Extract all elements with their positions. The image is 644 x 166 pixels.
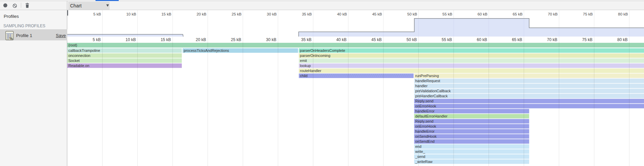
svg-text:onSendEnd: onSendEnd [415,139,435,143]
svg-text:70 kB: 70 kB [547,37,558,42]
svg-text:Reply.send: Reply.send [415,119,433,123]
svg-text:30 kB: 30 kB [266,37,276,42]
svg-text:lookup: lookup [300,64,311,68]
svg-text:45 kB: 45 kB [371,37,382,42]
svg-text:45 kB: 45 kB [372,12,382,16]
svg-text:50 kB: 50 kB [407,37,417,42]
svg-text:Readable.on: Readable.on [68,64,89,68]
svg-text:15 kB: 15 kB [161,12,172,16]
svg-text:25 kB: 25 kB [231,37,241,42]
svg-text:(root): (root) [68,43,77,47]
svg-text:runPreParsing: runPreParsing [415,74,439,78]
svg-text:_send: _send [415,155,425,159]
svg-text:15 kB: 15 kB [161,37,171,42]
svg-text:50 kB: 50 kB [407,12,417,16]
svg-text:handleError: handleError [415,129,435,133]
svg-text:40 kB: 40 kB [337,12,347,16]
svg-text:Reply.send: Reply.send [415,99,433,103]
svg-text:handleRequest: handleRequest [415,79,440,83]
svg-text:handleError: handleError [415,109,435,113]
svg-text:75 kB: 75 kB [582,37,593,42]
svg-text:10 kB: 10 kB [126,12,136,16]
svg-text:20 kB: 20 kB [196,12,206,16]
svg-text:handler: handler [415,84,428,88]
svg-text:%: % [9,36,13,40]
svg-text:processTicksAndRejections: processTicksAndRejections [184,48,229,53]
svg-text:80 kB: 80 kB [617,37,628,42]
svg-text:emit: emit [300,59,307,63]
svg-text:35 kB: 35 kB [301,37,311,42]
svg-text:60 kB: 60 kB [478,12,488,16]
svg-text:65 kB: 65 kB [513,12,523,16]
svg-text:routeHandler: routeHandler [300,69,321,73]
svg-text:Socket: Socket [68,59,80,63]
svg-text:25 kB: 25 kB [232,12,242,16]
svg-text:parserOnHeadersComplete: parserOnHeadersComplete [300,48,345,53]
svg-text:preHandlerCallback: preHandlerCallback [415,94,448,98]
svg-text:55 kB: 55 kB [443,12,453,16]
svg-text:5 kB: 5 kB [92,37,101,42]
svg-text:write_: write_ [415,150,425,154]
svg-text:35 kB: 35 kB [302,12,312,16]
svg-text:preValidationCallback: preValidationCallback [415,89,451,93]
svg-text:_writeRaw: _writeRaw [415,160,432,164]
svg-text:callbackTrampoline: callbackTrampoline [68,48,100,53]
svg-text:60 kB: 60 kB [477,37,487,42]
svg-text:parserOnIncoming: parserOnIncoming [300,54,331,58]
svg-text:end: end [415,144,421,148]
svg-text:75 kB: 75 kB [583,12,593,16]
svg-text:10 kB: 10 kB [125,37,136,42]
svg-text:5 kB: 5 kB [93,12,101,16]
svg-text:30 kB: 30 kB [267,12,277,16]
svg-text:20 kB: 20 kB [196,37,206,42]
svg-text:65 kB: 65 kB [512,37,522,42]
svg-text:55 kB: 55 kB [442,37,452,42]
svg-text:child: child [300,74,308,78]
svg-text:70 kB: 70 kB [548,12,558,16]
svg-text:40 kB: 40 kB [336,37,347,42]
svg-text:80 kB: 80 kB [618,12,628,16]
svg-text:onconnection: onconnection [68,54,90,58]
svg-text:defaultErrorHandler: defaultErrorHandler [415,114,448,118]
